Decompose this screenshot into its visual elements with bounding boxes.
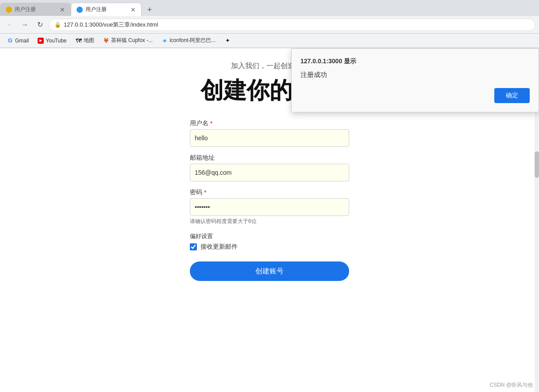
- tab-1-close[interactable]: ✕: [60, 7, 65, 13]
- tab-2[interactable]: 🌐 用户注册 ✕: [71, 3, 142, 16]
- bookmark-ai[interactable]: ✦: [221, 36, 234, 45]
- back-button[interactable]: ←: [4, 19, 16, 31]
- tab-2-icon: 🌐: [77, 7, 83, 13]
- tab-1-icon: [6, 7, 12, 13]
- tab-1[interactable]: 用户注册 ✕: [0, 3, 71, 16]
- alert-ok-button[interactable]: 确定: [494, 88, 530, 103]
- cupfox-icon: 🦊: [103, 38, 109, 44]
- bookmark-iconfont[interactable]: ◈ iconfont-阿里巴巴...: [158, 35, 219, 46]
- tab-2-label: 用户注册: [85, 6, 107, 13]
- bookmark-youtube-label: YouTube: [46, 38, 66, 44]
- browser-chrome: 用户注册 ✕ 🌐 用户注册 ✕ + ← → ↻ 🔒 127.0.0.1:3000…: [0, 0, 539, 48]
- address-bar-row: ← → ↻ 🔒 127.0.0.1:3000/vue第三章/index.html: [0, 16, 539, 34]
- forward-button[interactable]: →: [19, 19, 31, 31]
- tab-2-close[interactable]: ✕: [131, 7, 136, 13]
- gmail-icon: G: [7, 38, 13, 44]
- alert-overlay: 127.0.0.1:3000 显示 注册成功 确定: [0, 48, 539, 392]
- bookmark-youtube[interactable]: ▶ YouTube: [34, 36, 70, 45]
- lock-icon: 🔒: [54, 22, 61, 28]
- alert-message: 注册成功: [300, 71, 530, 79]
- address-bar[interactable]: 🔒 127.0.0.1:3000/vue第三章/index.html: [49, 19, 535, 31]
- bookmark-maps-label: 地图: [84, 37, 94, 44]
- tab-bar: 用户注册 ✕ 🌐 用户注册 ✕ +: [0, 0, 539, 16]
- maps-icon: 🗺: [76, 38, 82, 44]
- url-text: 127.0.0.1:3000/vue第三章/index.html: [64, 21, 158, 29]
- bookmark-cupfox-label: 茶杯狐 Cupfox -...: [111, 37, 153, 44]
- alert-dialog: 127.0.0.1:3000 显示 注册成功 确定: [291, 48, 539, 112]
- bookmark-gmail[interactable]: G Gmail: [4, 36, 32, 45]
- iconfont-icon: ◈: [162, 38, 168, 44]
- new-tab-button[interactable]: +: [143, 4, 156, 16]
- youtube-icon: ▶: [38, 38, 44, 44]
- alert-buttons: 确定: [300, 88, 530, 103]
- page-content: 加入我们，一起创造美... 创建你的账号 用户名 * 邮箱地址 密码 * 请确认: [0, 48, 539, 392]
- alert-title: 127.0.0.1:3000 显示: [300, 58, 530, 65]
- bookmark-cupfox[interactable]: 🦊 茶杯狐 Cupfox -...: [100, 35, 157, 46]
- bookmark-maps[interactable]: 🗺 地图: [72, 35, 98, 46]
- ai-icon: ✦: [224, 38, 231, 44]
- refresh-button[interactable]: ↻: [34, 19, 46, 31]
- bookmarks-bar: G Gmail ▶ YouTube 🗺 地图 🦊 茶杯狐 Cupfox -...…: [0, 34, 539, 48]
- bookmark-iconfont-label: iconfont-阿里巴巴...: [169, 37, 216, 44]
- bookmark-gmail-label: Gmail: [15, 38, 29, 44]
- tab-1-label: 用户注册: [15, 6, 36, 13]
